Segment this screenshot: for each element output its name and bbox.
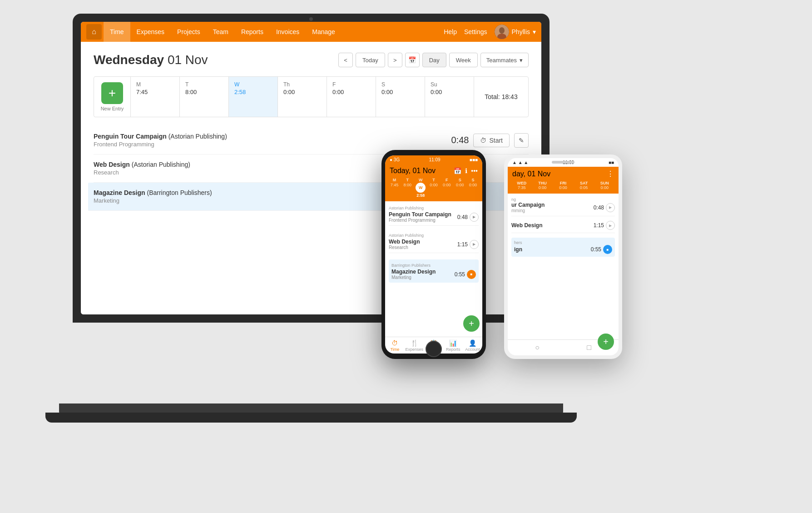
week-row: + New Entry M 7:45 T 8:00	[94, 76, 529, 117]
reports-icon: 📊	[449, 340, 457, 346]
svg-point-1	[499, 27, 505, 34]
phone1-day-mon[interactable]: M 7:45	[389, 178, 400, 198]
next-date-button[interactable]: >	[388, 53, 402, 67]
phone1-entry-2: Astorian Publishing Web Design Research …	[389, 232, 479, 256]
phone2-day-thu[interactable]: THU 0:00	[532, 181, 553, 190]
nav-expenses[interactable]: Expenses	[130, 22, 171, 42]
phone1-nav-title: Today, 01 Nov	[390, 167, 436, 175]
phone1-day-fri[interactable]: F 0:00	[441, 178, 452, 198]
nav-projects[interactable]: Projects	[171, 22, 207, 42]
phone2-day-sun[interactable]: SUN 0:00	[594, 181, 615, 190]
phone1-play-1[interactable]: ▶	[470, 213, 479, 222]
expenses-icon: 🍴	[410, 340, 418, 346]
day-cell-thu[interactable]: Th 0:00	[277, 77, 327, 117]
phone2-play-1[interactable]: ▶	[606, 203, 615, 212]
entry-task-1: Frontend Programming	[94, 141, 441, 148]
phone1-play-2[interactable]: ▶	[470, 240, 479, 249]
phone1-tab-time[interactable]: ⏱ Time	[385, 340, 405, 352]
phone2-project-1: ur Campaign	[511, 202, 545, 208]
day-cell-sat[interactable]: S 0:00	[376, 77, 425, 117]
day-label-wed: W	[234, 81, 272, 88]
start-timer-button-1[interactable]: ⏱ Start	[473, 134, 510, 147]
phone2-day-fri[interactable]: FRI 0:00	[553, 181, 574, 190]
phone2-project-3: ign	[514, 246, 522, 253]
nav-reports[interactable]: Reports	[235, 22, 270, 42]
phone1-fab-button[interactable]: +	[463, 315, 480, 332]
phone2-nav: day, 01 Nov ⋮	[508, 167, 619, 181]
phone2-divider-2	[511, 233, 615, 233]
phone2-week-row: WED 7:35 THU 0:00 FRI 0:00 SAT 0:05 SUN	[508, 181, 619, 194]
phone1-entry-1-pub: Astorian Publishing	[389, 205, 479, 211]
day-label-mon: M	[136, 81, 174, 88]
calendar-button[interactable]: 📅	[405, 53, 420, 67]
phone1-day-tue[interactable]: T 8:00	[402, 178, 413, 198]
phone2-fab-button[interactable]: +	[598, 334, 614, 350]
more-options-icon[interactable]: ⋮	[607, 169, 614, 178]
date-title: Wednesday 01 Nov	[94, 53, 208, 67]
date-controls: < Today > 📅 Day Week Teammates ▾	[338, 53, 529, 67]
phone2-day-wed[interactable]: WED 7:35	[511, 181, 532, 190]
new-entry-label: New Entry	[101, 106, 124, 111]
day-cell-sun[interactable]: Su 0:00	[425, 77, 474, 117]
phone2-entries: ng ur Campaign mming 0:48 ▶	[508, 194, 619, 339]
start-label: Start	[489, 137, 503, 144]
phone1-tab-expenses[interactable]: 🍴 Expenses	[405, 340, 424, 352]
phone2-play-2[interactable]: ▶	[606, 221, 615, 230]
new-entry-button[interactable]: +	[101, 82, 123, 104]
day-label-sat: S	[381, 81, 419, 88]
phone1-nav: Today, 01 Nov 📅 ℹ •••	[385, 164, 482, 178]
day-cell-wed[interactable]: W 2:58	[228, 77, 277, 117]
home-button[interactable]: ⌂	[86, 24, 102, 40]
phone2-stop-3[interactable]: ■	[603, 245, 612, 254]
phone1-battery: ■■■	[470, 157, 478, 162]
phone1-entry-3-main: Magazine Design Marketing 0:55 ■	[391, 269, 476, 280]
day-cell-tue[interactable]: T 8:00	[179, 77, 228, 117]
phone1-signal: ● 3G	[390, 157, 400, 162]
phone2-time-1: 0:48 ▶	[594, 203, 615, 212]
phone2-day-sat[interactable]: SAT 0:05	[574, 181, 594, 190]
teammates-button[interactable]: Teammates ▾	[480, 53, 529, 67]
prev-date-button[interactable]: <	[338, 53, 353, 67]
day-cell-fri[interactable]: F 0:00	[327, 77, 376, 117]
nav-team[interactable]: Team	[207, 22, 235, 42]
more-icon[interactable]: •••	[471, 167, 478, 174]
info-icon[interactable]: ℹ	[465, 167, 467, 174]
day-hours-sat: 0:00	[381, 89, 419, 95]
settings-link[interactable]: Settings	[464, 28, 487, 35]
square-nav-icon[interactable]: □	[587, 344, 591, 352]
nav-manage[interactable]: Manage	[306, 22, 342, 42]
phone1-day-thu[interactable]: T 0:00	[428, 178, 440, 198]
nav-invoices[interactable]: Invoices	[270, 22, 306, 42]
date-header: Wednesday 01 Nov < Today > 📅 Day Week	[94, 53, 529, 67]
calendar-icon[interactable]: 📅	[454, 167, 461, 174]
today-button[interactable]: Today	[356, 53, 385, 67]
entry-right-1: 0:48 ⏱ Start ✎	[441, 133, 529, 148]
phone1-day-sat[interactable]: S 0:00	[454, 178, 465, 198]
phone2-time-3: 0:55 ■	[591, 245, 612, 254]
phone1: ● 3G 11:09 ■■■ Today, 01 Nov 📅 ℹ ••• M 7…	[381, 150, 486, 359]
phone1-tab-reports[interactable]: 📊 Reports	[443, 340, 463, 352]
phone1-tab-account[interactable]: 👤 Account	[463, 340, 482, 352]
phone2-divider-1	[511, 216, 615, 216]
phone2-row-1: ur Campaign mming 0:48 ▶	[511, 202, 615, 213]
phone1-day-sun[interactable]: S 0:00	[467, 178, 479, 198]
phone1-stop-3[interactable]: ■	[467, 270, 476, 279]
entry-time-1: 0:48	[441, 135, 469, 145]
phone1-day-wed[interactable]: W W 2:58	[415, 178, 426, 198]
phone1-home-button[interactable]	[426, 341, 442, 357]
edit-entry-button-1[interactable]: ✎	[514, 133, 529, 148]
user-menu[interactable]: Phyllis ▾	[495, 25, 536, 39]
nav-time[interactable]: Time	[104, 22, 130, 42]
week-view-button[interactable]: Week	[449, 53, 478, 67]
phone1-entry-1-main: Penguin Tour Campaign Frontend Programmi…	[389, 211, 479, 223]
entry-project-1: Penguin Tour Campaign (Astorian Publishi…	[94, 133, 441, 140]
entry-info-1: Penguin Tour Campaign (Astorian Publishi…	[94, 133, 441, 148]
day-cell-mon[interactable]: M 7:45	[130, 77, 179, 117]
help-link[interactable]: Help	[444, 28, 457, 35]
phone2-time-2: 1:15 ▶	[594, 221, 615, 230]
chevron-down-icon: ▾	[533, 28, 536, 35]
home-nav-icon[interactable]: ○	[535, 344, 540, 352]
day-hours-mon: 7:45	[136, 89, 174, 95]
phone1-nav-icons: 📅 ℹ •••	[454, 167, 478, 174]
day-view-button[interactable]: Day	[422, 53, 446, 67]
